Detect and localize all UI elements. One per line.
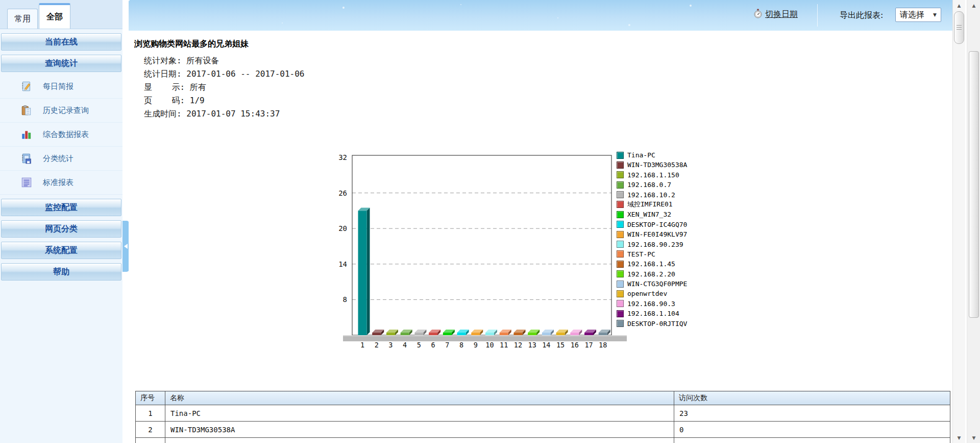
svg-text:7: 7: [445, 341, 449, 349]
legend-label: 192.168.1.150: [627, 171, 679, 179]
report-meta-line: 显 示: 所有: [144, 81, 304, 94]
legend-item: 192.168.10.2: [617, 192, 687, 198]
switch-date-link[interactable]: 切换日期: [753, 9, 798, 20]
window-scrollbar-thumb[interactable]: [969, 51, 979, 318]
legend-swatch: [617, 281, 624, 288]
sidebar-tab[interactable]: 常用: [7, 9, 38, 29]
svg-text:32: 32: [338, 153, 347, 161]
legend-swatch: [617, 290, 624, 297]
scroll-down-icon[interactable]: ▼: [953, 433, 965, 442]
report-table: 序号名称访问次数 1Tina-PC232WIN-TD3MG30538A0: [135, 391, 950, 443]
sidebar-menu-item[interactable]: 标准报表: [0, 171, 122, 195]
scroll-down-icon[interactable]: ▼: [967, 433, 980, 442]
legend-swatch: [617, 310, 624, 317]
legend-swatch: [617, 152, 624, 159]
legend-label: 域控IMFIRE01: [627, 200, 673, 209]
sidebar-menu-item-label: 标准报表: [43, 178, 74, 188]
svg-text:1: 1: [360, 341, 364, 349]
report-meta: 统计对象: 所有设备统计日期: 2017-01-06 -- 2017-01-06…: [144, 54, 304, 121]
report-meta-line: 页 码: 1/9: [144, 94, 304, 107]
legend-item: DESKTOP-0RJTIQV: [617, 320, 687, 327]
sidebar-menu-item[interactable]: 历史记录查询: [0, 99, 122, 123]
table-cell: 0: [674, 422, 950, 438]
legend-item: 192.168.90.3: [617, 300, 687, 307]
legend-swatch: [617, 241, 624, 248]
sidebar-menu-item[interactable]: 综合数据报表: [0, 123, 122, 147]
sidebar-groups-top: 当前在线查询统计: [0, 33, 122, 72]
legend-item: openwrtdev: [617, 290, 687, 297]
legend-swatch: [617, 191, 624, 198]
legend-item: DESKTOP-IC4GQ70: [617, 221, 687, 228]
table-cell: 1: [136, 405, 165, 422]
sidebar-menu-item-label: 综合数据报表: [43, 130, 89, 139]
legend-label: WIN-CTG3QF0PMPE: [627, 280, 687, 288]
scroll-up-icon[interactable]: ▲: [953, 1, 965, 10]
sidebar-group-bar[interactable]: 监控配置: [1, 199, 121, 216]
legend-label: TEST-PC: [627, 250, 655, 258]
table-cell: Tina-PC: [165, 405, 674, 422]
history-query-icon: [20, 104, 33, 116]
svg-text:17: 17: [584, 341, 593, 349]
daily-report-icon: [20, 80, 33, 92]
svg-text:9: 9: [474, 341, 478, 349]
banner-divider: [817, 4, 818, 27]
svg-text:6: 6: [431, 341, 435, 349]
svg-text:13: 13: [528, 341, 536, 349]
report-meta-line: 统计日期: 2017-01-06 -- 2017-01-06: [144, 67, 304, 81]
export-format-select[interactable]: 请选择 ▼: [895, 8, 941, 22]
svg-text:4: 4: [403, 341, 407, 349]
legend-swatch: [617, 270, 624, 277]
legend-swatch: [617, 201, 624, 208]
legend-label: WIN-TD3MG30538A: [627, 161, 687, 169]
sidebar-group-bar[interactable]: 帮助: [1, 263, 121, 281]
legend-label: XEN_WIN7_32: [627, 211, 671, 218]
legend-label: DESKTOP-IC4GQ70: [627, 221, 687, 228]
standard-report-icon: [20, 176, 33, 189]
legend-swatch: [617, 211, 624, 218]
legend-label: 192.168.10.2: [627, 191, 675, 199]
content-scrollbar[interactable]: ▲ ▼: [952, 0, 965, 443]
legend-swatch: [617, 300, 624, 307]
sidebar-group-bar[interactable]: 网页分类: [1, 220, 121, 238]
sidebar-menu-item-label: 每日简报: [43, 82, 74, 91]
window-scrollbar[interactable]: ▲ ▼: [967, 0, 980, 443]
legend-item: WIN-CTG3QF0PMPE: [617, 281, 687, 287]
legend-item: 192.168.0.7: [617, 181, 687, 188]
sidebar-tabstrip: 常用全部: [0, 0, 122, 29]
svg-text:10: 10: [485, 341, 494, 349]
legend-swatch: [617, 231, 624, 238]
scroll-up-icon[interactable]: ▲: [967, 1, 980, 10]
svg-text:16: 16: [571, 341, 579, 349]
banner-sparkles: [129, 0, 130, 1]
sidebar-group-bar[interactable]: 系统配置: [1, 242, 121, 259]
svg-text:8: 8: [343, 295, 347, 304]
sidebar-group-bar[interactable]: 当前在线: [1, 33, 121, 51]
table-row: [136, 438, 950, 443]
sidebar-menu-item-label: 历史记录查询: [43, 106, 89, 115]
legend-label: 192.168.2.20: [627, 270, 675, 278]
category-stats-icon: [20, 152, 33, 165]
legend-swatch: [617, 250, 624, 258]
stopwatch-icon: [753, 9, 763, 20]
sidebar-tab[interactable]: 全部: [39, 3, 70, 29]
legend-item: 域控IMFIRE01: [617, 201, 687, 208]
sidebar-menu-item[interactable]: 分类统计: [0, 147, 122, 171]
legend-item: WIN-FE0I49KLV97: [617, 231, 687, 238]
data-report-icon: [20, 128, 33, 141]
legend-label: 192.168.90.3: [627, 300, 675, 308]
sidebar-menu-item[interactable]: 每日简报: [0, 75, 122, 99]
table-header-row: 序号名称访问次数: [136, 391, 950, 405]
table-row: 2WIN-TD3MG30538A0: [136, 422, 950, 438]
sidebar-menu: 每日简报历史记录查询综合数据报表分类统计标准报表: [0, 75, 122, 195]
sidebar: 常用全部 当前在线查询统计 每日简报历史记录查询综合数据报表分类统计标准报表 监…: [0, 0, 122, 443]
content-scrollbar-thumb[interactable]: [954, 11, 964, 44]
svg-text:18: 18: [599, 341, 607, 349]
table-header-cell: 访问次数: [674, 391, 950, 405]
svg-text:26: 26: [338, 189, 347, 197]
legend-item: TEST-PC: [617, 251, 687, 258]
chevron-down-icon: ▼: [933, 12, 937, 17]
svg-text:15: 15: [556, 341, 565, 349]
svg-text:5: 5: [417, 341, 421, 349]
sidebar-groups-bottom: 监控配置网页分类系统配置帮助: [0, 199, 122, 281]
sidebar-group-bar[interactable]: 查询统计: [1, 55, 121, 72]
